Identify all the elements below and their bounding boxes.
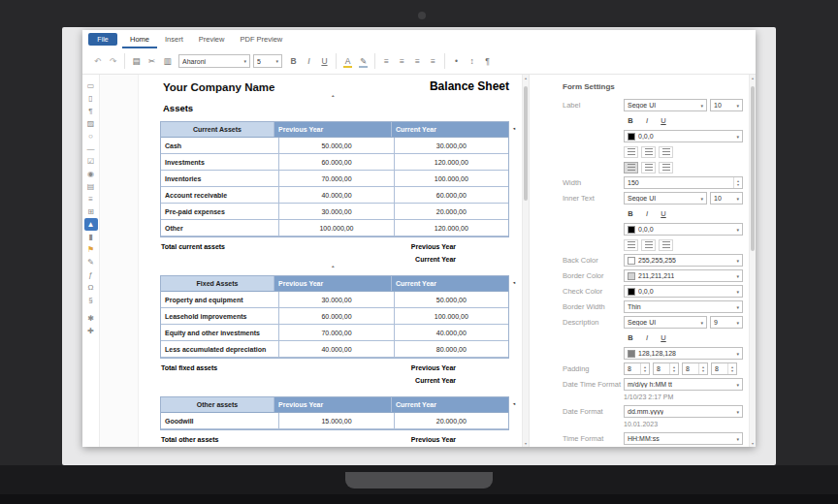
redo-icon[interactable]: ↷	[106, 54, 120, 69]
value-cell[interactable]: 120.000,00	[395, 220, 508, 236]
text-color-icon[interactable]: A	[340, 54, 355, 69]
date-time-format-select[interactable]: m/d/yy h:MM tt ▾	[624, 378, 743, 391]
scrollbar-thumb[interactable]	[524, 86, 528, 201]
value-cell[interactable]: 50.000,00	[395, 292, 508, 307]
row-label-cell[interactable]: Other	[161, 220, 279, 236]
table-header-cell[interactable]: Current Assets	[161, 122, 274, 137]
value-cell[interactable]: 20.000,00	[395, 204, 508, 219]
font-size-select[interactable]: 5 ▾	[253, 54, 282, 68]
table-header-cell[interactable]: Other assets	[161, 397, 274, 412]
total-label[interactable]: Total fixed assets	[160, 364, 411, 371]
scroll-up-icon[interactable]: ▴	[750, 76, 756, 80]
italic-icon[interactable]: I	[302, 54, 316, 69]
line-tool-icon[interactable]: —	[84, 142, 98, 155]
description-color-select[interactable]: 128,128,128 ▾	[624, 347, 743, 360]
value-cell[interactable]: 60.000,00	[279, 154, 394, 170]
file-menu-button[interactable]: File	[88, 33, 117, 46]
total-previous-year-label[interactable]: Previous Year	[411, 364, 456, 371]
value-cell[interactable]: 15.000,00	[279, 413, 394, 428]
document-title-text[interactable]: Balance Sheet	[430, 79, 509, 93]
spinner-arrows-icon[interactable]: ▴▾	[669, 363, 678, 374]
spinner-arrows-icon[interactable]: ▴▾	[727, 363, 736, 374]
align-left-icon[interactable]: ≡	[379, 54, 394, 69]
total-label[interactable]: Total other assets	[160, 436, 411, 443]
value-cell[interactable]: 60.000,00	[279, 308, 394, 324]
check-color-select[interactable]: 0,0,0 ▾	[624, 285, 743, 298]
formula-tool-icon[interactable]: ƒ	[84, 268, 98, 281]
label-color-select[interactable]: 0,0,0 ▾	[624, 130, 743, 142]
crosshair-tool-icon[interactable]: ✚	[84, 325, 98, 337]
table-header-cell[interactable]: Previous Year	[274, 397, 392, 412]
bullet-list-icon[interactable]: •	[449, 54, 464, 69]
paragraph-mark-icon[interactable]: ¶	[480, 54, 495, 69]
underline-icon[interactable]: U	[317, 54, 332, 69]
rich-text-tool-icon[interactable]: ¶	[84, 105, 98, 117]
table-header-cell[interactable]: Fixed Assets	[161, 276, 274, 291]
padding-right-input[interactable]: 8 ▴▾	[682, 362, 708, 375]
signature-tool-icon[interactable]: ✎	[84, 256, 98, 268]
align-left-button[interactable]	[624, 146, 638, 158]
label-font-select[interactable]: Segoe UI ▾	[624, 99, 707, 111]
label-bold-button[interactable]: B	[624, 114, 637, 127]
table-tool-icon[interactable]: ⊞	[84, 205, 98, 218]
row-label-cell[interactable]: Property and equipment	[161, 292, 279, 307]
spinner-arrows-icon[interactable]: ▴▾	[698, 363, 707, 374]
value-cell[interactable]: 20.000,00	[395, 413, 508, 428]
time-format-select[interactable]: HH:MM:ss ▾	[624, 432, 743, 445]
value-cell[interactable]: 40.000,00	[279, 341, 394, 357]
picture-tool-icon[interactable]: ▨	[84, 117, 98, 130]
description-underline-button[interactable]: U	[657, 331, 670, 344]
total-previous-year-label[interactable]: Previous Year	[411, 243, 456, 250]
total-label[interactable]: Total current assets	[160, 243, 411, 250]
value-cell[interactable]: 100.000,00	[395, 308, 508, 324]
radio-button-tool-icon[interactable]: ◉	[84, 168, 98, 180]
value-cell[interactable]: 50.000,00	[279, 138, 394, 153]
value-cell[interactable]: 40.000,00	[279, 187, 394, 203]
spinner-arrows-icon[interactable]: ▴▾	[733, 177, 742, 188]
spinner-arrows-icon[interactable]: ▴▾	[640, 363, 649, 374]
copy-icon[interactable]: ▥	[160, 54, 175, 69]
scrollbar-thumb[interactable]	[751, 86, 755, 251]
value-cell[interactable]: 30.000,00	[395, 138, 508, 153]
barcode-tool-icon[interactable]: ▮	[84, 231, 98, 243]
shape-tool-icon[interactable]: ○	[84, 130, 98, 142]
scroll-up-icon[interactable]: ▴	[523, 76, 529, 80]
border-color-select[interactable]: 211,211,211 ▾	[624, 269, 743, 282]
table-header-cell[interactable]: Previous Year	[274, 276, 392, 291]
inner-align-left-button[interactable]	[624, 239, 638, 251]
align-justify-icon[interactable]: ≡	[426, 54, 440, 69]
description-italic-button[interactable]: I	[640, 331, 654, 344]
chart-tool-icon[interactable]: ▲	[84, 218, 98, 231]
paste-icon[interactable]: ▤	[129, 54, 144, 69]
cut-icon[interactable]: ✂	[145, 54, 159, 69]
inner-text-underline-button[interactable]: U	[657, 207, 670, 220]
row-label-cell[interactable]: Cash	[161, 138, 279, 153]
valign-top-button[interactable]	[624, 162, 638, 173]
inner-align-right-button[interactable]	[659, 239, 673, 251]
label-underline-button[interactable]: U	[657, 114, 670, 127]
inner-text-font-select[interactable]: Segoe UI ▾	[624, 192, 707, 205]
inner-text-font-size-select[interactable]: 10 ▾	[710, 192, 743, 205]
inner-align-center-button[interactable]	[641, 239, 656, 251]
textbox-tool-icon[interactable]: ▯	[84, 92, 98, 105]
tab-home[interactable]: Home	[122, 30, 157, 48]
total-previous-year-label[interactable]: Previous Year	[411, 436, 456, 443]
align-center-button[interactable]	[641, 146, 656, 158]
valign-middle-button[interactable]	[641, 162, 656, 173]
bold-icon[interactable]: B	[286, 54, 301, 69]
row-label-cell[interactable]: Equity and other investments	[161, 325, 279, 340]
label-font-size-select[interactable]: 10 ▾	[710, 99, 743, 111]
value-cell[interactable]: 60.000,00	[395, 187, 508, 203]
section-tool-icon[interactable]: §	[84, 294, 98, 306]
description-font-select[interactable]: Segoe UI ▾	[624, 316, 707, 329]
list-tool-icon[interactable]: ≡	[84, 193, 98, 205]
font-family-select[interactable]: Aharoni ▾	[178, 54, 250, 68]
valign-bottom-button[interactable]	[659, 162, 673, 173]
row-label-cell[interactable]: Investments	[161, 154, 279, 170]
document-canvas[interactable]: Your Company Name Balance Sheet ˆ Assets…	[100, 75, 522, 447]
scroll-down-icon[interactable]: ▾	[523, 441, 529, 446]
checkbox-tool-icon[interactable]: ☑	[84, 155, 98, 168]
value-cell[interactable]: 30.000,00	[279, 204, 394, 219]
table-header-cell[interactable]: Previous Year	[274, 122, 392, 137]
align-right-button[interactable]	[659, 146, 673, 158]
